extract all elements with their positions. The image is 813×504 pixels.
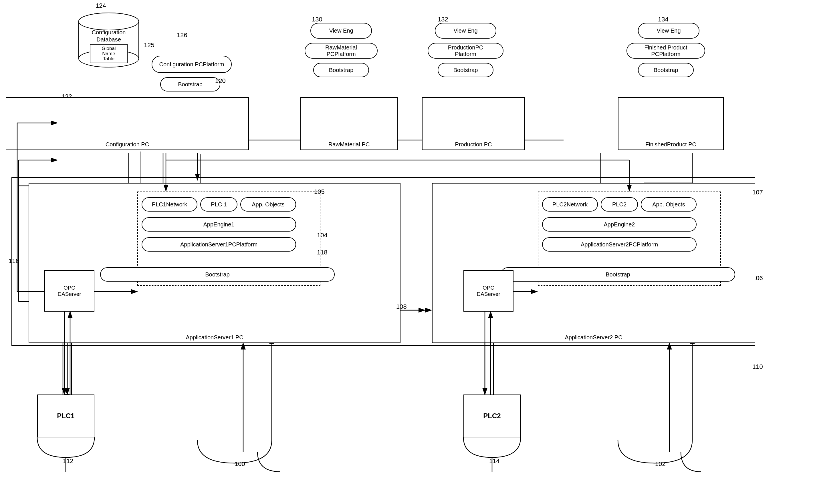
ref-110: 110 [752, 363, 763, 370]
plc1-box: PLC1 [37, 395, 94, 437]
finished-product-pc-box: FinishedProduct PC [618, 97, 724, 150]
ref-116: 116 [9, 257, 19, 265]
ref-102: 102 [655, 460, 666, 468]
app-objects2: App. Objects [641, 197, 697, 212]
svg-text:Name: Name [102, 51, 115, 56]
plc1-pill: PLC 1 [200, 197, 237, 212]
plc2-box: PLC2 [464, 395, 521, 437]
ref-107: 107 [752, 189, 763, 196]
appserver1-pc-label: ApplicationServer1 PC [29, 334, 400, 341]
app-engine2: AppEngine2 [542, 217, 697, 232]
svg-text:Configuration: Configuration [92, 29, 126, 35]
ref-118: 118 [317, 249, 327, 256]
ref-125: 125 [144, 41, 154, 49]
svg-text:Table: Table [103, 56, 115, 61]
view-eng-rm: View Eng [310, 23, 372, 39]
as1-pc-platform: ApplicationServer1PCPlatform [142, 237, 296, 252]
plc2-network: PLC2Network [542, 197, 598, 212]
ref-130: 130 [312, 16, 322, 23]
bootstrap-prod: Bootstrap [438, 63, 494, 77]
config-pc-platform: Configuration PCPlatform [152, 56, 232, 73]
bootstrap-fp: Bootstrap [638, 63, 694, 77]
svg-text:Database: Database [96, 36, 121, 43]
view-eng-fp: View Eng [638, 23, 699, 39]
appserver2-pc-label: ApplicationServer2 PC [433, 334, 755, 341]
svg-point-38 [79, 13, 139, 30]
ref-132: 132 [438, 16, 448, 23]
ref-134: 134 [658, 16, 669, 23]
ref-108: 108 [396, 303, 407, 310]
as2-pc-platform: ApplicationServer2PCPlatform [542, 237, 697, 252]
rawmaterial-pc-platform: RawMaterialPCPlatform [305, 43, 377, 59]
production-pc-box: Production PC [422, 97, 525, 150]
bootstrap-config: Bootstrap [160, 77, 220, 91]
opc-da-server1: OPCDAServer [44, 270, 94, 312]
bootstrap-rm: Bootstrap [313, 63, 369, 77]
config-database: Configuration Database Global Name Table [77, 11, 140, 69]
rawmaterial-pc-label: RawMaterial PC [301, 141, 397, 148]
config-pc-box: Configuration PC [6, 97, 249, 150]
app-objects1: App. Objects [240, 197, 296, 212]
view-eng-prod: View Eng [435, 23, 496, 39]
ref-104: 104 [317, 232, 327, 239]
production-pc-label: Production PC [423, 141, 524, 148]
ref-114: 114 [489, 457, 500, 465]
plc1-network: PLC1Network [142, 197, 197, 212]
app-engine1: AppEngine1 [142, 217, 296, 232]
svg-text:Global: Global [102, 46, 116, 51]
ref-100: 100 [234, 460, 245, 468]
ref-126: 126 [177, 31, 187, 39]
finished-product-pc-label: FinishedProduct PC [619, 141, 723, 148]
rawmaterial-pc-box: RawMaterial PC [300, 97, 397, 150]
finished-product-pc-platform: Finished ProductPCPlatform [627, 43, 705, 59]
production-pc-platform: ProductionPCPlatform [428, 43, 504, 59]
ref-112: 112 [63, 457, 73, 465]
ref-120: 120 [215, 77, 226, 85]
config-pc-label: Configuration PC [6, 141, 248, 148]
opc-da-server2: OPCDAServer [464, 270, 514, 312]
plc2-pill: PLC2 [601, 197, 638, 212]
ref-124: 124 [96, 2, 106, 9]
bootstrap-as2: Bootstrap [501, 267, 735, 282]
bootstrap-as1: Bootstrap [100, 267, 335, 282]
